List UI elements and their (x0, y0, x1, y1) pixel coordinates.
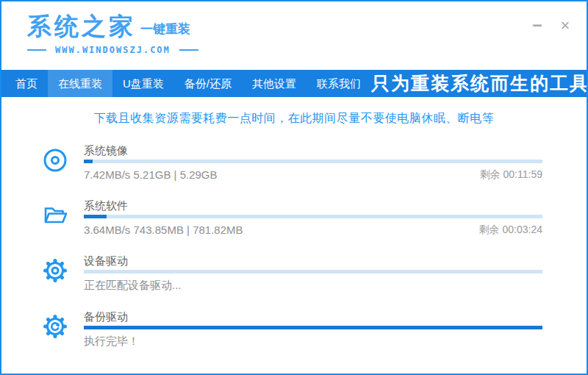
nav-tab-online-reinstall[interactable]: 在线重装 (48, 70, 112, 97)
nav-tab-home[interactable]: 首页 (5, 70, 48, 97)
task-row-backup-drivers: 备份驱动 执行完毕！ (42, 310, 542, 349)
task-row-device-drivers: 设备驱动 正在匹配设备驱动... (42, 254, 542, 293)
task-label: 设备驱动 (84, 254, 542, 268)
time-remaining: 剩余 00:03:24 (479, 224, 542, 237)
app-window: 系统之家 一键重装 WWW.WINDOWSZJ.COM – × 首页 在线重装 … (0, 0, 588, 375)
gear-sync-icon (42, 313, 68, 340)
task-row-system-image: 系统镜像 7.42MB/s 5.21GB | 5.29GB 剩余 00:11:5… (42, 144, 542, 182)
footer: 重选系统 取消安装 (1, 366, 587, 375)
progress-bar (84, 270, 542, 274)
window-controls: – × (529, 18, 573, 34)
progress-bar (84, 326, 542, 329)
status-text: 执行完毕！ (84, 335, 139, 349)
gear-icon (42, 257, 68, 284)
nav-slogan: 只为重装系统而生的工具 (371, 70, 588, 97)
logo: 系统之家 一键重装 WWW.WINDOWSZJ.COM (27, 13, 198, 55)
decorative-dash (27, 49, 46, 51)
nav-tab-contact-us[interactable]: 联系我们 (306, 70, 371, 97)
notice-bar: 下载且收集资源需要耗费一点时间，在此期间尽量不要使电脑休眠、断电等 (1, 97, 587, 140)
task-list: 系统镜像 7.42MB/s 5.21GB | 5.29GB 剩余 00:11:5… (1, 140, 587, 366)
decorative-dash (179, 49, 198, 51)
status-text: 正在匹配设备驱动... (84, 279, 182, 293)
progress-fill (84, 160, 93, 163)
nav-tab-backup-restore[interactable]: 备份/还原 (174, 70, 242, 97)
nav-tab-other-settings[interactable]: 其他设置 (242, 70, 306, 97)
task-label: 系统软件 (84, 199, 542, 213)
download-stats: 3.64MB/s 743.85MB | 781.82MB (84, 224, 243, 237)
logo-subtitle: WWW.WINDOWSZJ.COM (55, 45, 171, 55)
nav-tabs: 首页 在线重装 U盘重装 备份/还原 其他设置 联系我们 (1, 70, 371, 97)
logo-title: 系统之家 (27, 13, 136, 40)
download-stats: 7.42MB/s 5.21GB | 5.29GB (84, 168, 218, 182)
notice-text: 下载且收集资源需要耗费一点时间，在此期间尽量不要使电脑休眠、断电等 (94, 111, 495, 126)
progress-fill (84, 215, 107, 218)
task-label: 系统镜像 (84, 144, 542, 157)
close-icon[interactable]: × (557, 18, 573, 34)
time-remaining: 剩余 00:11:59 (480, 168, 542, 182)
header: 系统之家 一键重装 WWW.WINDOWSZJ.COM – × (1, 1, 587, 70)
progress-bar (84, 215, 542, 218)
task-label: 备份驱动 (84, 310, 542, 324)
nav-bar: 首页 在线重装 U盘重装 备份/还原 其他设置 联系我们 只为重装系统而生的工具 (1, 70, 587, 97)
folder-icon (42, 202, 68, 229)
progress-fill (84, 326, 542, 329)
progress-bar (84, 160, 542, 163)
logo-suffix: 一键重装 (140, 21, 190, 40)
task-row-system-software: 系统软件 3.64MB/s 743.85MB | 781.82MB 剩余 00:… (42, 199, 542, 237)
nav-tab-usb-reinstall[interactable]: U盘重装 (112, 70, 174, 97)
minimize-icon[interactable]: – (529, 18, 545, 31)
disc-icon (42, 147, 68, 174)
